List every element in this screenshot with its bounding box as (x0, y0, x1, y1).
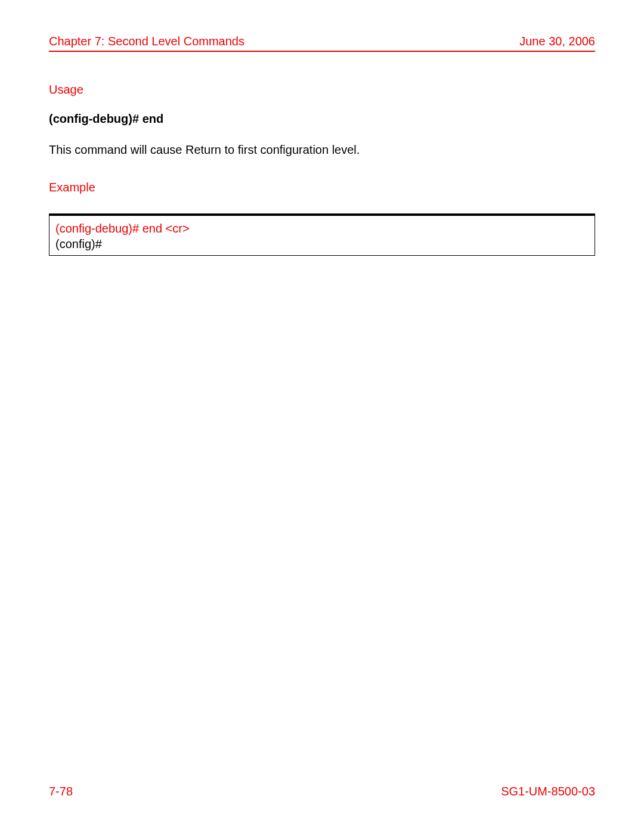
chapter-title: Chapter 7: Second Level Commands (49, 35, 244, 48)
footer-page-number: 7-78 (49, 785, 73, 798)
example-input-line: (config-debug)# end <cr> (55, 221, 589, 236)
header-date: June 30, 2006 (519, 35, 595, 48)
page-container: Chapter 7: Second Level Commands June 30… (49, 35, 595, 798)
example-output-line: (config)# (55, 236, 589, 252)
example-heading: Example (49, 181, 595, 194)
page-header: Chapter 7: Second Level Commands June 30… (49, 35, 595, 52)
footer-doc-id: SG1-UM-8500-03 (501, 785, 595, 798)
page-footer: 7-78 SG1-UM-8500-03 (49, 785, 595, 798)
usage-heading: Usage (49, 83, 595, 97)
usage-description: This command will cause Return to first … (49, 141, 595, 158)
usage-command: (config-debug)# end (49, 112, 595, 126)
example-box: (config-debug)# end <cr> (config)# (49, 213, 595, 256)
